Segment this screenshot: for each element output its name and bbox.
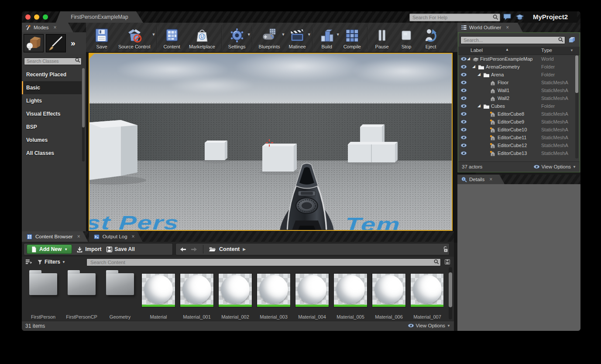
visibility-eye-icon[interactable] — [460, 57, 467, 61]
dropdown-arrow-icon[interactable]: ▼ — [247, 32, 251, 37]
outliner-row-arena[interactable]: ◢ArenaFolder — [458, 71, 580, 79]
help-search-input[interactable] — [409, 14, 500, 21]
close-icon[interactable]: × — [132, 234, 138, 240]
zoom-window-button[interactable] — [43, 14, 48, 20]
add-new-button[interactable]: Add New ▼ — [27, 244, 72, 254]
toolbar-source-control-button[interactable]: ▼Source Control — [114, 23, 155, 52]
actor-type: World — [541, 56, 554, 62]
toolbar-compile-button[interactable]: Compile — [339, 23, 365, 52]
back-arrow-icon[interactable] — [179, 246, 187, 253]
visibility-eye-icon[interactable] — [460, 112, 467, 116]
dropdown-arrow-icon[interactable]: ▼ — [151, 32, 155, 37]
folder-white-icon — [483, 72, 490, 78]
sources-panel-icon[interactable] — [25, 258, 33, 265]
first-person-gun — [268, 161, 346, 230]
visibility-eye-icon[interactable] — [460, 127, 467, 132]
visibility-eye-icon[interactable] — [460, 80, 467, 85]
outliner-row-editorcube11[interactable]: EditorCube11StaticMeshA — [458, 134, 580, 142]
sidebar-item-volumes[interactable]: Volumes — [22, 134, 82, 147]
close-window-button[interactable] — [25, 14, 31, 20]
outliner-row-editorcube13[interactable]: EditorCube13StaticMeshA — [458, 150, 580, 158]
forward-arrow-icon[interactable] — [190, 246, 198, 253]
outliner-row-arenageometry[interactable]: ◢ArenaGeometryFolder — [458, 63, 580, 71]
close-icon[interactable]: × — [506, 24, 512, 31]
expander-icon[interactable]: ◢ — [477, 72, 481, 76]
toolbar-save-button[interactable]: Save — [89, 23, 114, 52]
sidebar-item-lights[interactable]: Lights — [22, 94, 82, 107]
toolbar-build-button[interactable]: ▼Build — [315, 23, 339, 52]
outliner-row-firstpersonexamplemap[interactable]: ◢FirstPersonExampleMapWorld — [458, 55, 580, 63]
sidebar-item-bsp[interactable]: BSP — [22, 120, 82, 134]
outliner-scrollbar[interactable] — [575, 55, 578, 158]
outliner-view-options-button[interactable]: View Options ▼ — [533, 164, 576, 169]
outliner-row-wall2[interactable]: Wall2StaticMeshA — [458, 95, 580, 103]
expander-icon[interactable]: ◢ — [472, 64, 475, 69]
outliner-row-wall1[interactable]: Wall1StaticMeshA — [458, 87, 580, 95]
visibility-eye-icon[interactable] — [460, 104, 467, 108]
visibility-eye-icon[interactable] — [460, 135, 467, 140]
column-type[interactable]: Type — [541, 48, 552, 53]
outliner-row-floor[interactable]: FloorStaticMeshA — [458, 79, 580, 87]
type-filter-icon[interactable]: ▼ — [570, 48, 574, 52]
close-icon[interactable]: × — [54, 24, 60, 31]
modes-scrollbar[interactable] — [82, 68, 85, 161]
toolbar-marketplace-button[interactable]: UMarketplace — [185, 23, 220, 52]
more-modes-button[interactable]: » — [71, 38, 76, 48]
breadcrumb-caret-icon[interactable]: ▶ — [243, 247, 246, 251]
tab-content-browser[interactable]: Content Browser× — [22, 231, 88, 242]
visibility-eye-icon[interactable] — [460, 120, 467, 124]
outliner-row-editorcube12[interactable]: EditorCube12StaticMeshA — [458, 142, 580, 150]
search-classes-input[interactable] — [24, 58, 82, 65]
asset-name: Material — [141, 314, 175, 320]
outliner-row-editorcube9[interactable]: EditorCube9StaticMeshA — [458, 118, 580, 126]
visibility-eye-icon[interactable] — [460, 96, 467, 100]
search-content-input[interactable] — [86, 258, 441, 266]
sidebar-item-recently-placed[interactable]: Recently Placed — [22, 68, 82, 81]
toolbar-pause-button[interactable]: Pause — [370, 23, 394, 52]
expander-icon[interactable]: ◢ — [467, 56, 470, 61]
outliner-row-cubes[interactable]: ◢CubesFolder — [458, 103, 580, 110]
content-scrollbar[interactable] — [449, 267, 452, 319]
save-all-button[interactable]: Save All — [106, 246, 135, 253]
close-icon[interactable]: × — [77, 234, 84, 240]
tab-output-log[interactable]: Output Log× — [89, 231, 143, 242]
dropdown-arrow-icon[interactable]: ▼ — [307, 32, 311, 37]
column-label[interactable]: Label — [470, 48, 483, 53]
toolbar-blueprints-button[interactable]: ▼Blueprints — [254, 23, 285, 52]
content-view-options-button[interactable]: View Options ▼ — [408, 323, 450, 328]
outliner-row-editorcube10[interactable]: EditorCube10StaticMeshA — [458, 126, 580, 134]
chat-bubble-icon[interactable] — [503, 13, 512, 21]
outliner-search-input[interactable] — [460, 36, 565, 44]
breadcrumb[interactable]: Content ▶ — [209, 246, 246, 252]
visibility-eye-icon[interactable] — [460, 72, 467, 77]
minimize-window-button[interactable] — [34, 14, 39, 20]
level-viewport[interactable]: st Pers Tem — [89, 53, 453, 231]
toolbar-matinee-button[interactable]: ▼Matinee — [285, 23, 310, 52]
filters-button[interactable]: Filters ▼ — [37, 259, 65, 265]
place-mode-button[interactable] — [24, 34, 44, 52]
toolbar-settings-button[interactable]: ▼Settings — [224, 23, 250, 52]
save-search-icon[interactable] — [444, 259, 450, 265]
tab-modes[interactable]: Modes × — [22, 23, 73, 32]
close-icon[interactable]: × — [489, 176, 496, 182]
tutorial-cap-icon[interactable] — [515, 13, 525, 21]
outliner-row-editorcube8[interactable]: EditorCube8StaticMeshA — [458, 110, 580, 118]
sidebar-item-all-classes[interactable]: All Classes — [22, 147, 82, 160]
paint-mode-button[interactable] — [46, 34, 66, 52]
visibility-eye-icon[interactable] — [460, 151, 467, 155]
toolbar-stop-button[interactable]: Stop — [394, 23, 419, 52]
visibility-eye-icon[interactable] — [460, 88, 467, 93]
expander-icon[interactable]: ◢ — [477, 103, 481, 108]
toolbar-eject-button[interactable]: Eject — [419, 23, 443, 52]
visibility-eye-icon[interactable] — [460, 143, 467, 148]
lock-icon[interactable] — [443, 246, 449, 253]
tab-details[interactable]: i Details × — [457, 175, 505, 184]
import-button[interactable]: Import — [76, 246, 101, 253]
sidebar-item-visual-effects[interactable]: Visual Effects — [22, 107, 82, 120]
tab-world-outliner[interactable]: World Outliner × — [457, 23, 523, 32]
visibility-eye-icon[interactable] — [460, 65, 467, 69]
add-cube-icon[interactable] — [567, 36, 577, 44]
toolbar-content-button[interactable]: Content — [159, 23, 185, 52]
map-tab[interactable]: FirstPersonExampleMap — [56, 11, 143, 23]
sidebar-item-basic[interactable]: Basic — [22, 81, 82, 94]
